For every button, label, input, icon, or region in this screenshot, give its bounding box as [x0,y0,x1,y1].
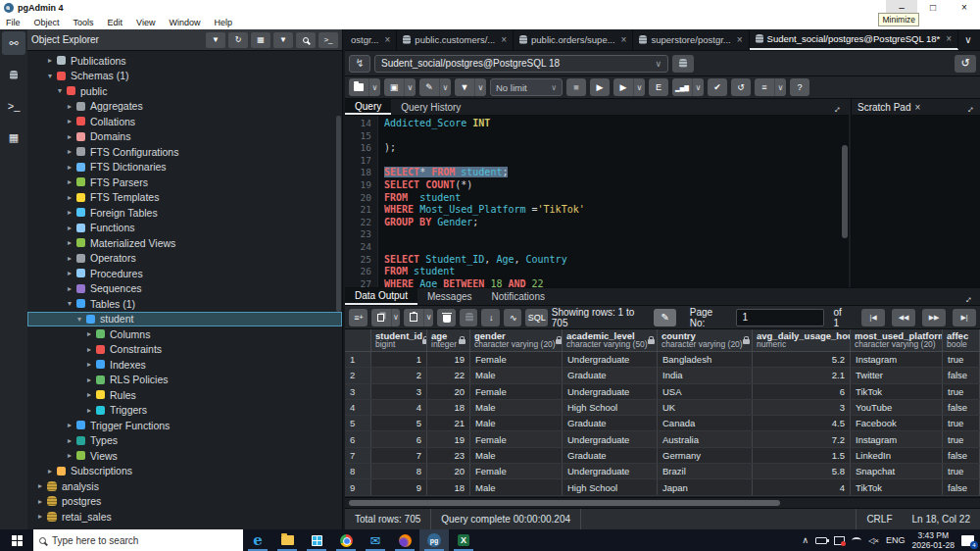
cursor-position[interactable]: Ln 18, Col 22 [903,509,980,529]
tree-item-rls-policies[interactable]: ▸RLS Policies [27,373,342,388]
table-cell[interactable]: 5 [371,416,427,430]
table-cell[interactable]: Female [470,431,563,446]
table-cell[interactable]: 1 [345,352,371,367]
tree-item-sequences[interactable]: ▸Sequences [27,281,342,297]
tab-overflow-icon[interactable]: ∨ [964,34,971,45]
chevron-down-icon[interactable]: ▾ [74,315,84,324]
delete-row-button[interactable] [437,309,456,326]
edit-caret[interactable]: ∨ [439,78,451,96]
tab-query[interactable]: Query [345,99,391,115]
paste-caret[interactable]: ∨ [423,309,433,326]
table-cell[interactable]: Male [470,368,563,382]
connection-status-icon[interactable]: ↯ [349,55,370,73]
tree-item-materialized-views[interactable]: ▸Materialized Views [27,235,342,251]
edge-taskbar-icon[interactable]: e [243,529,272,551]
column-header-gender[interactable]: gendercharacter varying (20) [470,329,563,351]
new-window-icon[interactable]: ▦ [2,125,25,149]
tree-item-procedures[interactable]: ▸Procedures [27,266,342,281]
table-cell[interactable]: true [943,352,980,367]
refresh-icon[interactable]: ↻ [228,32,248,48]
chevron-right-icon[interactable]: ▸ [35,481,45,490]
column-header-academic_level[interactable]: academic_levelcharacter varying (50) [563,329,658,351]
table-cell[interactable]: Female [470,464,563,478]
table-cell[interactable]: Male [470,479,563,494]
table-cell[interactable]: Undergraduate [563,464,658,478]
new-connection-button[interactable] [672,55,694,73]
table-cell[interactable]: Graduate [563,416,658,430]
rollback-button[interactable]: ↺ [731,78,751,96]
menu-item-object[interactable]: Object [34,18,60,27]
table-cell[interactable]: Germany [658,448,753,463]
clock[interactable]: 3:43 PM 2026-01-28 [912,530,955,550]
menu-item-help[interactable]: Help [214,18,232,27]
close-button[interactable]: × [949,0,980,15]
file-explorer-taskbar-icon[interactable] [272,529,302,551]
macros-button[interactable]: ≡ [755,78,774,96]
query-tool-tab[interactable]: public.orders/supe...× [514,29,633,50]
query-tool-tab[interactable]: public.customers/...× [397,29,514,50]
tab-data-output[interactable]: Data Output [345,288,417,305]
help-button[interactable]: ? [790,78,809,96]
table-cell[interactable]: 4 [371,400,427,415]
tree-item-indexes[interactable]: ▸Indexes [27,357,342,373]
filtered-rows-icon[interactable]: ▼ [273,32,293,48]
table-cell[interactable]: 18 [427,479,470,494]
table-cell[interactable]: 9 [345,479,371,494]
tree-item-publications[interactable]: ▸Publications [27,53,342,69]
table-cell[interactable]: Male [470,400,563,415]
table-cell[interactable]: false [943,368,980,382]
table-row[interactable]: 6619FemaleUndergraduateAustralia7.2Insta… [345,431,980,447]
connection-select[interactable]: Sudent_social/postgres@PostgreSQL 18 ∨ [374,55,668,73]
chevron-right-icon[interactable]: ▸ [65,208,74,217]
table-cell[interactable]: 3 [753,400,851,415]
tree-item-views[interactable]: ▸Views [27,448,342,464]
commit-button[interactable]: ✔ [708,78,727,96]
tree-item-collations[interactable]: ▸Collations [27,114,342,129]
table-cell[interactable]: 7 [371,448,427,463]
table-cell[interactable]: YouTube [851,400,943,415]
tree-item-types[interactable]: ▸Types [27,433,342,449]
grid-horizontal-scrollbar[interactable] [345,497,980,508]
expand-icon[interactable]: ↔ [960,291,975,306]
table-cell[interactable]: Undergraduate [563,384,658,399]
history-icon[interactable]: ↺ [955,55,976,73]
open-file-caret[interactable]: ∨ [368,78,380,96]
table-cell[interactable]: 2 [345,368,371,382]
table-cell[interactable]: 3 [371,384,427,399]
column-header-affec[interactable]: affecboole [943,329,980,351]
table-cell[interactable]: Facebook [851,416,943,430]
table-cell[interactable]: 4.5 [753,416,851,430]
table-cell[interactable]: Canada [658,416,753,430]
edit-button[interactable]: ✎ [419,78,439,96]
tray-chevron-icon[interactable]: ∧ [803,535,809,545]
copy-button[interactable] [371,309,391,326]
table-cell[interactable]: Instagram [851,431,943,446]
chevron-right-icon[interactable]: ▸ [65,254,74,263]
stop-button[interactable]: ■ [566,78,586,96]
tree-item-aggregates[interactable]: ▸Aggregates [27,99,342,115]
table-cell[interactable]: 23 [427,448,470,463]
table-cell[interactable]: Graduate [563,368,658,382]
expand-icon[interactable]: ↔ [962,101,977,116]
save-caret[interactable]: ∨ [404,78,416,96]
chevron-down-icon[interactable]: ▾ [45,72,55,80]
tree-item-fts-configurations[interactable]: ▸FTS Configurations [27,144,342,160]
table-cell[interactable]: Graduate [563,448,658,463]
table-cell[interactable]: true [943,431,980,446]
menu-item-window[interactable]: Window [169,18,200,27]
chevron-right-icon[interactable]: ▸ [65,224,74,232]
table-row[interactable]: 3320FemaleUndergraduateUSA6TikToktrue [345,384,980,400]
tree-item-analysis[interactable]: ▸analysis [27,478,342,494]
tree-scrollbar[interactable] [336,116,341,312]
table-cell[interactable]: Instagram [851,352,943,367]
table-cell[interactable]: 6 [345,431,371,446]
view-data-icon[interactable]: ▦ [251,32,270,48]
macros-caret[interactable]: ∨ [774,78,786,96]
close-icon[interactable]: × [385,34,391,45]
table-cell[interactable]: 3 [345,384,371,399]
chevron-right-icon[interactable]: ▸ [35,497,45,506]
tree-item-foreign-tables[interactable]: ▸Foreign Tables [27,205,342,221]
table-cell[interactable]: 22 [427,368,470,382]
chevron-right-icon[interactable]: ▸ [84,376,94,384]
table-cell[interactable]: TikTok [851,384,943,399]
